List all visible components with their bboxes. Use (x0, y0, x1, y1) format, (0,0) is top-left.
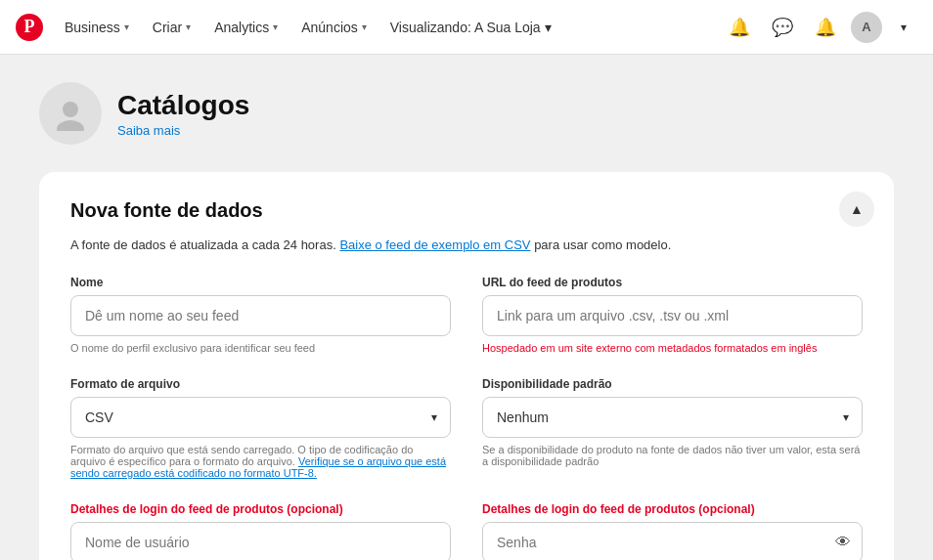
url-hint: Hospedado em um site externo com metadad… (482, 342, 863, 354)
availability-hint: Se a disponibilidade do produto na fonte… (482, 444, 863, 467)
messages-button[interactable]: 💬 (765, 10, 800, 45)
nav-item-anuncios[interactable]: Anúncios ▾ (291, 12, 377, 43)
login-pass-label: Detalhes de login do feed de produtos (o… (482, 502, 863, 516)
chevron-down-icon: ▾ (362, 22, 367, 32)
info-text: A fonte de dados é atualizada a cada 24 … (70, 237, 863, 252)
navbar: P Business ▾ Criar ▾ Analytics ▾ Anúncio… (0, 0, 933, 55)
nav-right: 🔔 💬 🔔 A ▾ (722, 10, 917, 45)
format-select[interactable]: CSV TSV XML RSS (70, 397, 451, 438)
availability-select-wrapper: Nenhum Em estoque Fora de estoque ▾ (482, 397, 863, 438)
form-grid: Nome O nome do perfil exclusivo para ide… (70, 276, 863, 560)
password-input-wrapper: 👁 (482, 522, 863, 560)
url-label: URL do feed de produtos (482, 276, 863, 289)
form-group-name: Nome O nome do perfil exclusivo para ide… (70, 276, 451, 354)
nav-anuncios-label: Anúncios (301, 20, 358, 35)
notifications-button[interactable]: 🔔 (722, 10, 757, 45)
saiba-mais-link[interactable]: Saiba mais (117, 123, 249, 138)
svg-point-2 (63, 102, 78, 117)
nav-items: Business ▾ Criar ▾ Analytics ▾ Anúncios … (55, 12, 722, 43)
show-password-icon[interactable]: 👁 (835, 534, 851, 551)
svg-point-3 (57, 120, 84, 131)
format-hint: Formato do arquivo que está sendo carreg… (70, 444, 451, 479)
nav-item-criar[interactable]: Criar ▾ (143, 12, 200, 43)
nav-item-business[interactable]: Business ▾ (55, 12, 139, 43)
collapse-button[interactable]: ▲ (839, 192, 874, 227)
download-csv-link[interactable]: Baixe o feed de exemplo em CSV (339, 237, 530, 252)
page-title: Catálogos (117, 90, 249, 121)
name-hint: O nome do perfil exclusivo para identifi… (70, 342, 451, 354)
availability-select[interactable]: Nenhum Em estoque Fora de estoque (482, 397, 863, 438)
chevron-down-icon: ▾ (273, 22, 278, 32)
nav-business-label: Business (65, 20, 120, 35)
name-input[interactable] (70, 295, 451, 336)
format-label: Formato de arquivo (70, 377, 451, 391)
card-title: Nova fonte de dados (70, 199, 863, 222)
username-input[interactable] (70, 522, 451, 560)
nav-item-analytics[interactable]: Analytics ▾ (204, 12, 288, 43)
nav-analytics-label: Analytics (214, 20, 269, 35)
page-avatar (39, 82, 102, 145)
alerts-button[interactable]: 🔔 (808, 10, 843, 45)
password-input[interactable] (482, 522, 863, 560)
page-content: Catálogos Saiba mais Nova fonte de dados… (0, 55, 933, 560)
format-select-wrapper: CSV TSV XML RSS ▾ (70, 397, 451, 438)
page-title-group: Catálogos Saiba mais (117, 90, 249, 138)
form-group-login-user: Detalhes de login do feed de produtos (o… (70, 502, 451, 560)
name-label: Nome (70, 276, 451, 289)
form-group-login-pass: Detalhes de login do feed de produtos (o… (482, 502, 863, 560)
user-icon (53, 96, 88, 131)
pinterest-logo[interactable]: P (16, 14, 43, 41)
nav-expand-button[interactable]: ▾ (890, 14, 917, 41)
page-header: Catálogos Saiba mais (39, 82, 894, 145)
chevron-down-icon: ▾ (545, 20, 552, 35)
chevron-down-icon: ▾ (124, 22, 129, 32)
url-input[interactable] (482, 295, 863, 336)
form-group-format: Formato de arquivo CSV TSV XML RSS ▾ For… (70, 377, 451, 479)
availability-label: Disponibilidade padrão (482, 377, 863, 391)
nav-visualizando[interactable]: Visualizando: A Sua Loja ▾ (380, 12, 561, 43)
new-datasource-card: Nova fonte de dados ▲ A fonte de dados é… (39, 172, 894, 560)
form-group-url: URL do feed de produtos Hospedado em um … (482, 276, 863, 354)
nav-criar-label: Criar (153, 20, 182, 35)
form-group-availability: Disponibilidade padrão Nenhum Em estoque… (482, 377, 863, 479)
nav-visualizando-label: Visualizando: A Sua Loja (390, 20, 541, 35)
user-avatar[interactable]: A (851, 12, 882, 43)
login-user-label: Detalhes de login do feed de produtos (o… (70, 502, 451, 516)
svg-text:P: P (24, 17, 35, 36)
chevron-down-icon: ▾ (186, 22, 191, 32)
